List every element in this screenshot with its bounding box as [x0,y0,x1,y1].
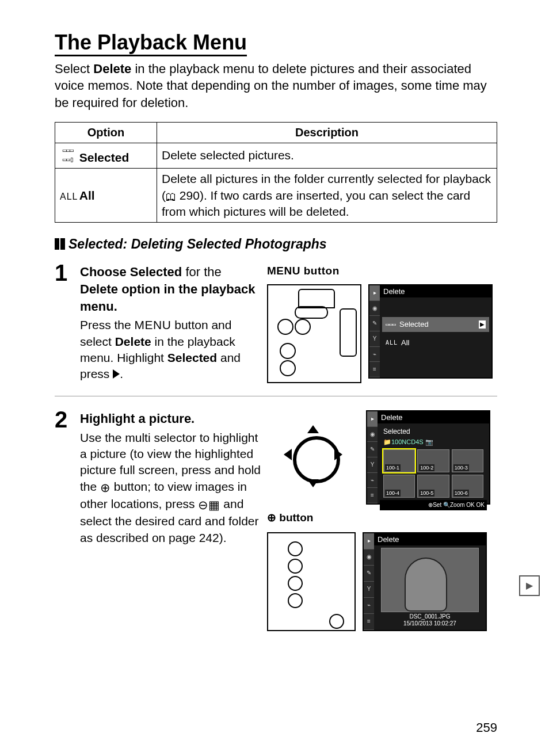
section-subhead: Selected: Deleting Selected Photographs [55,235,497,254]
lcd-row-all: ALLAll [382,335,489,350]
multi-selector-illustration [267,410,359,492]
table-row: ▭▭▭▭▭▯ Selected Delete selected pictures… [55,143,497,169]
arrow-icon: ▶ [479,320,486,329]
step-number: 1 [55,261,80,383]
lcd-title: Delete [380,285,491,298]
zoom-out-thumb-icon: ⊖▦ [198,497,220,513]
tab-icon: ◉ [369,301,380,316]
lcd-row-selected: ▭▭▭Selected▶ [382,317,489,332]
step-number: 2 [55,408,80,631]
tab-playback-icon: ▸ [369,285,380,301]
page-number: 259 [476,719,497,736]
tab-icon: ≡ [369,362,380,377]
playback-tab-icon: ▶ [519,575,540,596]
book-icon: 🕮 [166,191,176,203]
zoom-in-icon: ⊕ [100,480,110,496]
lcd-delete-menu: ▸◉✎Y⌁≡ Delete ▭▭▭Selected▶ ALLAll [368,284,493,379]
right-arrow-icon [113,369,120,379]
step2-figures: ▸◉✎Y⌁≡ Delete Selected 📁100NCD4S 📷 100-1… [267,410,497,631]
lcd-fullscreen-preview: ▸◉✎Y⌁≡ Delete DSC_0001.JPG15/10/2013 10:… [363,532,487,631]
menu-button-label: MENU button [267,265,340,277]
col-option: Option [55,122,157,143]
camera-back-illustration [267,532,356,631]
tab-icon: ⌁ [369,347,380,362]
tab-icon: ✎ [369,316,380,331]
lcd-thumbnails: ▸◉✎Y⌁≡ Delete Selected 📁100NCD4S 📷 100-1… [366,410,490,505]
page-title: The Playback Menu [55,29,497,57]
selected-icon: ▭▭▭▭▭▯ [60,146,76,164]
table-row: ALL All Delete all pictures in the folde… [55,169,497,223]
camera-back-illustration [267,284,361,383]
intro-paragraph: Select Delete in the playback menu to de… [55,60,497,112]
col-description: Description [157,122,497,143]
zoom-button-label: ⊕ button [267,510,497,525]
all-icon: ALL [60,190,76,203]
zoom-in-icon: ⊕ [267,511,276,524]
tab-icon: Y [369,331,380,347]
step1-figures: MENU button ▸◉✎Y⌁≡ Delete ▭▭▭Selected▶ A… [267,264,497,383]
manual-page: The Playback Menu Select Delete in the p… [0,0,549,756]
bar-icon [55,236,65,254]
step-body: Highlight a picture. Use the multi selec… [80,410,267,631]
step-2: 2 Highlight a picture. Use the multi sel… [55,410,497,644]
step-body: Choose Selected for the Delete option in… [80,264,267,383]
step-1: 1 Choose Selected for the Delete option … [55,264,497,396]
options-table: Option Description ▭▭▭▭▭▯ Selected Delet… [55,122,497,223]
